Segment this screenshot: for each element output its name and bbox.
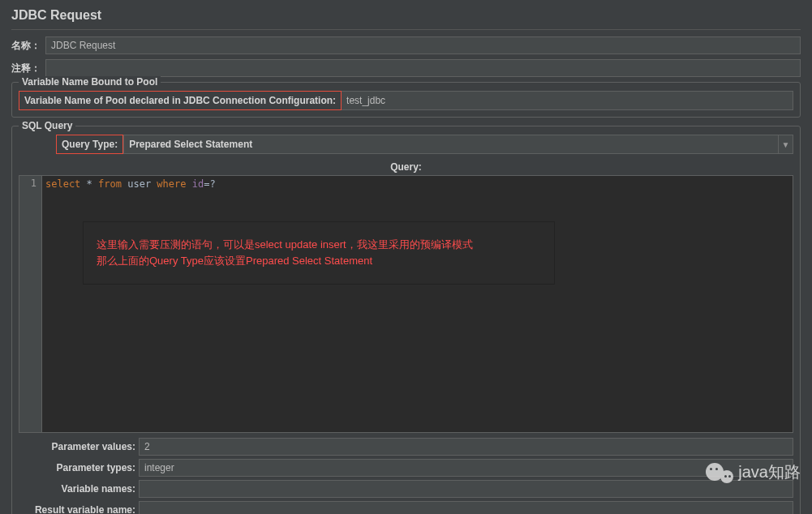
- name-input[interactable]: [45, 36, 801, 54]
- pool-legend: Variable Name Bound to Pool: [19, 76, 161, 88]
- sql-legend: SQL Query: [19, 120, 75, 131]
- sql-token: user: [127, 178, 151, 190]
- comment-input[interactable]: [45, 59, 801, 77]
- query-type-label: Query Type:: [56, 135, 123, 154]
- sql-keyword: select: [45, 178, 80, 190]
- sql-column: id: [192, 178, 204, 190]
- comment-row: 注释：: [11, 59, 801, 77]
- result-variable-name-input[interactable]: [139, 501, 793, 514]
- sql-keyword: from: [98, 178, 122, 190]
- name-row: 名称：: [11, 36, 801, 54]
- query-type-value: Prepared Select Statement: [124, 135, 778, 153]
- sql-keyword: where: [157, 178, 186, 190]
- variable-names-input[interactable]: [139, 480, 793, 498]
- parameter-types-input[interactable]: [139, 459, 793, 477]
- divider: [11, 29, 801, 30]
- sql-token: =?: [204, 178, 215, 190]
- variable-names-label: Variable names:: [19, 483, 139, 495]
- sql-token: *: [87, 178, 92, 190]
- parameter-values-input[interactable]: [139, 438, 793, 456]
- line-number: 1: [19, 178, 37, 189]
- query-header: Query:: [19, 159, 793, 175]
- parameter-values-label: Parameter values:: [19, 441, 139, 452]
- query-type-select[interactable]: Prepared Select Statement ▼: [123, 135, 793, 154]
- pool-variable-label: Variable Name of Pool declared in JDBC C…: [19, 91, 342, 110]
- panel-title: JDBC Request: [11, 8, 801, 23]
- name-label: 名称：: [11, 39, 45, 53]
- query-editor[interactable]: 1 select * from user where id=? 这里输入需要压测…: [19, 175, 793, 433]
- line-gutter: 1: [19, 176, 42, 432]
- code-area[interactable]: select * from user where id=? 这里输入需要压测的语…: [42, 176, 793, 432]
- annotation-line: 那么上面的Query Type应该设置Prepared Select State…: [97, 253, 541, 269]
- comment-label: 注释：: [11, 62, 45, 75]
- result-variable-name-label: Result variable name:: [19, 504, 139, 514]
- annotation-line: 这里输入需要压测的语句，可以是select update insert，我这里采…: [97, 237, 541, 253]
- param-grid: Parameter values: Parameter types: Varia…: [19, 438, 793, 514]
- chevron-down-icon: ▼: [778, 135, 793, 153]
- pool-fieldset: Variable Name Bound to Pool Variable Nam…: [11, 82, 801, 118]
- jdbc-request-panel: JDBC Request 名称： 注释： Variable Name Bound…: [0, 0, 812, 514]
- parameter-types-label: Parameter types:: [19, 462, 139, 473]
- annotation-overlay: 这里输入需要压测的语句，可以是select update insert，我这里采…: [83, 221, 555, 285]
- pool-variable-input[interactable]: [342, 91, 793, 110]
- sql-fieldset: SQL Query Query Type: Prepared Select St…: [11, 126, 801, 514]
